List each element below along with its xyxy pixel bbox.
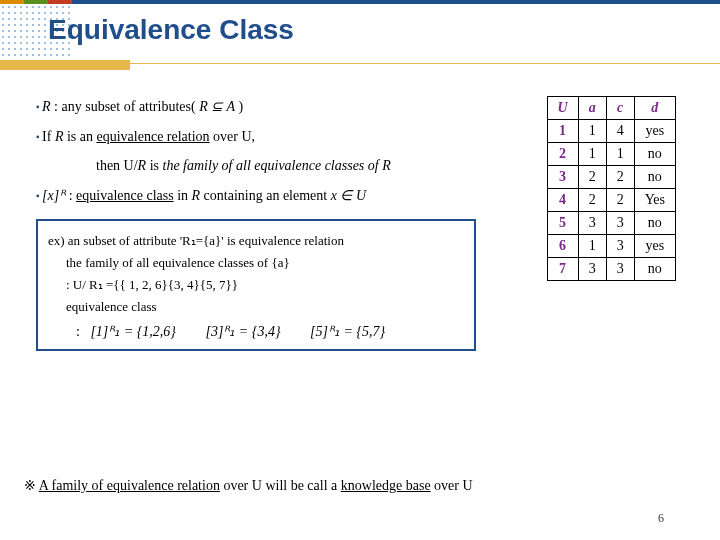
table-cell: 2	[606, 166, 634, 189]
table-cell: yes	[634, 235, 675, 258]
eq2: [3]ᴿ₁ = {3,4}	[205, 321, 280, 343]
example-line-2: the family of all equivalence classes of…	[66, 253, 464, 273]
example-equations: : [1]ᴿ₁ = {1,2,6} [3]ᴿ₁ = {3,4} [5]ᴿ₁ = …	[76, 321, 464, 343]
text: R	[192, 188, 201, 203]
page-number: 6	[658, 511, 664, 526]
table-cell: 3	[606, 235, 634, 258]
example-box: ex) an subset of attribute 'R₁={a}' is e…	[36, 219, 476, 351]
slide-title: Equivalence Class	[48, 14, 294, 46]
math: [x]ᴿ	[42, 188, 65, 203]
table-row: 211no	[547, 143, 676, 166]
table-cell: 5	[547, 212, 578, 235]
example-line-3: : U/ R₁ ={{ 1, 2, 6}{3, 4}{5, 7}}	[66, 275, 464, 295]
table-cell: 2	[578, 189, 606, 212]
text: R	[42, 99, 51, 114]
table-cell: 3	[578, 212, 606, 235]
table-cell: no	[634, 143, 675, 166]
table-row: 613yes	[547, 235, 676, 258]
text: containing an element	[200, 188, 331, 203]
text: is	[146, 158, 162, 173]
text: R	[138, 158, 147, 173]
table-header: U	[547, 97, 578, 120]
table-cell: 6	[547, 235, 578, 258]
table-header: d	[634, 97, 675, 120]
text: equivalence relation	[97, 129, 210, 144]
text: in	[174, 188, 192, 203]
table-cell: 1	[547, 120, 578, 143]
table-header: c	[606, 97, 634, 120]
text: :	[65, 188, 76, 203]
table-cell: 2	[547, 143, 578, 166]
text: the family of all equivalence classes of…	[163, 158, 391, 173]
text: over U	[431, 478, 473, 493]
table-cell: Yes	[634, 189, 675, 212]
table-row: 114yes	[547, 120, 676, 143]
table-cell: 4	[547, 189, 578, 212]
table-cell: 1	[578, 235, 606, 258]
text: If	[42, 129, 55, 144]
table-cell: 1	[578, 143, 606, 166]
table-cell: 4	[606, 120, 634, 143]
table-cell: 3	[606, 258, 634, 281]
text: knowledge base	[341, 478, 431, 493]
text: equivalence class	[76, 188, 174, 203]
example-line-4: equivalence class	[66, 297, 464, 317]
table-row: 733no	[547, 258, 676, 281]
bullet-3: [x]ᴿ : equivalence class in R containing…	[36, 185, 476, 207]
table-cell: 3	[547, 166, 578, 189]
slide-body: R : any subset of attributes( R ⊆ A ) If…	[36, 96, 476, 351]
eq3: [5]ᴿ₁ = {5,7}	[310, 321, 385, 343]
text: then U/	[96, 158, 138, 173]
table-cell: 3	[578, 258, 606, 281]
math: R ⊆ A	[199, 99, 235, 114]
bullet-2-cont: then U/R is the family of all equivalenc…	[96, 155, 476, 177]
example-line-1: ex) an subset of attribute 'R₁={a}' is e…	[48, 231, 464, 251]
text: )	[235, 99, 243, 114]
table-cell: yes	[634, 120, 675, 143]
table-row: 422Yes	[547, 189, 676, 212]
text: :	[76, 324, 80, 339]
bullet-2: If R is an equivalence relation over U,	[36, 126, 476, 148]
table-header: a	[578, 97, 606, 120]
table-cell: no	[634, 166, 675, 189]
table-cell: 3	[606, 212, 634, 235]
text: is an	[63, 129, 96, 144]
table-cell: 2	[606, 189, 634, 212]
table-row: 533no	[547, 212, 676, 235]
table-row: 322no	[547, 166, 676, 189]
table-cell: 2	[578, 166, 606, 189]
bullet-1: R : any subset of attributes( R ⊆ A )	[36, 96, 476, 118]
text: over U will be call a	[220, 478, 341, 493]
footnote: ※ A family of equivalence relation over …	[24, 477, 696, 494]
table-cell: 1	[578, 120, 606, 143]
table-cell: 7	[547, 258, 578, 281]
math: x ∈ U	[331, 188, 366, 203]
table-cell: no	[634, 258, 675, 281]
text: : any subset of attributes(	[51, 99, 200, 114]
table-cell: no	[634, 212, 675, 235]
data-table: Uacd 114yes211no322no422Yes533no613yes73…	[547, 96, 677, 281]
table-cell: 1	[606, 143, 634, 166]
text: over U,	[210, 129, 256, 144]
eq1: [1]ᴿ₁ = {1,2,6}	[90, 321, 176, 343]
text: A family of equivalence relation	[39, 478, 220, 493]
